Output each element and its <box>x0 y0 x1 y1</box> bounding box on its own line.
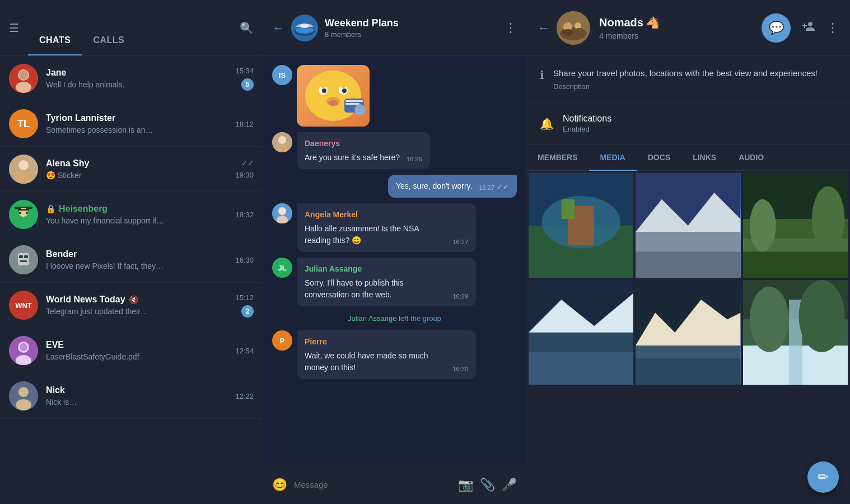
media-tabs-row: MEMBERS MEDIA DOCS LINKS AUDIO <box>526 145 850 171</box>
system-text: left the group <box>399 314 441 323</box>
media-thumb-2[interactable] <box>636 173 740 278</box>
media-thumb-6[interactable] <box>743 280 848 385</box>
msg-content-julian: Sorry, I'll have to publish this convers… <box>305 277 468 301</box>
chat-name-eve: EVE <box>46 340 235 350</box>
chat-time-tyrion: 18:12 <box>235 120 254 128</box>
chat-item-eve[interactable]: EVE LaserBlastSafetyGuide.pdf 12:54 <box>0 328 263 374</box>
back-button-chat[interactable]: ← <box>272 21 284 35</box>
avatar-jane <box>9 64 38 93</box>
tab-members[interactable]: MEMBERS <box>526 145 589 171</box>
chat-input-area: 😊 📷 📎 🎤 <box>263 465 526 504</box>
back-button-right[interactable]: ← <box>538 21 550 35</box>
chat-item-tyrion[interactable]: TL Tyrion Lannister Sometimes possession… <box>0 101 263 147</box>
svg-rect-76 <box>636 358 740 385</box>
message-input[interactable] <box>294 480 451 489</box>
media-thumb-4[interactable] <box>529 280 633 385</box>
badge-worldnews: 2 <box>241 305 254 318</box>
search-icon[interactable]: 🔍 <box>240 21 254 35</box>
chat-time-nick: 12:22 <box>235 392 254 400</box>
chat-item-alena[interactable]: Alena Shy 😍 Sticker ✓✓ 19:30 <box>0 147 263 192</box>
description-label: Description <box>553 82 818 91</box>
message-group-button[interactable]: 💬 <box>762 13 791 43</box>
svg-point-11 <box>19 212 21 214</box>
svg-rect-14 <box>18 253 29 265</box>
tab-audio[interactable]: AUDIO <box>727 145 775 171</box>
bubble-julian: Julian Assange Sorry, I'll have to publi… <box>297 258 476 306</box>
msg-time-angela: 16:27 <box>452 237 468 247</box>
chat-info-nick: Nick Nick is… <box>46 385 235 407</box>
media-thumb-3[interactable] <box>743 173 848 278</box>
system-message-julian-left: Julian Assange left the group <box>272 312 517 325</box>
notifications-title: Notifications <box>563 114 611 124</box>
tab-media[interactable]: MEDIA <box>589 145 637 171</box>
avatar-nick <box>9 381 38 410</box>
chat-name-alena: Alena Shy <box>46 158 235 169</box>
media-thumb-5[interactable] <box>636 280 740 385</box>
chat-item-worldnews[interactable]: WNT World News Today 🔇 Telegram just upd… <box>0 283 263 328</box>
svg-point-24 <box>16 399 31 410</box>
chat-item-heisenberg[interactable]: 🔒 Heisenberg You have my financial suppo… <box>0 192 263 237</box>
chat-item-nick[interactable]: Nick Nick is… 12:22 <box>0 374 263 419</box>
microphone-icon[interactable]: 🎤 <box>502 478 517 492</box>
chat-time-heisenberg: 18:32 <box>235 211 254 219</box>
emoji-icon[interactable]: 😊 <box>272 478 287 492</box>
right-header-info: Nomads 🐴 4 members <box>557 11 762 45</box>
svg-rect-15 <box>19 255 23 258</box>
notifications-row[interactable]: 🔔 Notifications Enabled <box>526 102 850 145</box>
right-header-text: Nomads 🐴 4 members <box>599 16 660 40</box>
system-actor: Julian Assange <box>348 314 396 323</box>
chat-meta-worldnews: 15:12 2 <box>235 293 254 318</box>
group-avatar-nomads <box>557 11 590 45</box>
avatar-worldnews: WNT <box>9 291 38 320</box>
tab-chats[interactable]: CHATS <box>28 35 82 55</box>
group-avatar-img-nomads <box>557 11 590 45</box>
chat-info-tyrion: Tyrion Lannister Sometimes possession is… <box>46 113 235 134</box>
msg-time-pierre: 16:30 <box>452 365 468 374</box>
chat-name-tyrion: Tyrion Lannister <box>46 113 235 123</box>
info-icon: ℹ <box>540 68 544 82</box>
tab-links[interactable]: LINKS <box>681 145 727 171</box>
svg-point-68 <box>812 186 845 251</box>
message-angela: Angela Merkel Hallo alle zusammen! Is th… <box>272 203 517 252</box>
tab-calls[interactable]: CALLS <box>82 35 136 55</box>
double-check-alena: ✓✓ <box>241 159 254 167</box>
tab-docs[interactable]: DOCS <box>637 145 681 171</box>
right-more-button[interactable]: ⋮ <box>826 21 839 35</box>
media-thumb-1[interactable] <box>529 173 633 278</box>
svg-point-32 <box>322 88 326 93</box>
add-member-icon[interactable] <box>802 20 815 36</box>
svg-rect-16 <box>24 255 28 258</box>
hamburger-icon[interactable]: ☰ <box>9 21 19 35</box>
chat-item-bender[interactable]: Bender I looove new Pixels! If fact, the… <box>0 237 263 283</box>
chat-preview-eve: LaserBlastSafetyGuide.pdf <box>46 352 235 361</box>
msg-content-outgoing: Yes, sure, don't worry. 16:27 ✓✓ <box>396 180 509 192</box>
group-members-nomads: 4 members <box>599 31 660 40</box>
chat-item-jane[interactable]: Jane Well I do help animals. 15:34 5 <box>0 56 263 101</box>
bubble-daenerys: Daenerys Are you sure it's safe here? 16… <box>297 132 430 169</box>
group-description: Share your travel photos, locations with… <box>553 67 818 80</box>
attachment-icon[interactable]: 📎 <box>480 478 495 492</box>
notifications-status: Enabled <box>563 125 611 133</box>
right-content: ℹ Share your travel photos, locations wi… <box>526 56 850 504</box>
main-container: ☰ CHATS CALLS 🔍 Jane <box>0 0 850 504</box>
chat-info-bender: Bender I looove new Pixels! If fact, the… <box>46 249 235 270</box>
svg-point-43 <box>278 136 286 144</box>
msg-time-daenerys: 16:26 <box>407 155 422 164</box>
chat-meta-alena: ✓✓ 19:30 <box>235 159 254 179</box>
svg-rect-10 <box>18 209 29 211</box>
chat-name-worldnews: World News Today 🔇 <box>46 295 235 305</box>
chat-time-alena: 19:30 <box>235 171 254 179</box>
bubble-pierre: Pierre Wait, we could have made so much … <box>297 330 476 379</box>
chat-meta-heisenberg: 18:32 <box>235 211 254 219</box>
notifications-content: Notifications Enabled <box>563 114 611 133</box>
svg-point-53 <box>575 28 583 34</box>
camera-icon[interactable]: 📷 <box>458 478 473 492</box>
svg-rect-58 <box>562 199 575 218</box>
message-julian: JL Julian Assange Sorry, I'll have to pu… <box>272 258 517 306</box>
svg-rect-62 <box>636 251 740 278</box>
svg-point-82 <box>798 280 844 352</box>
chat-more-button[interactable]: ⋮ <box>505 21 517 35</box>
svg-point-12 <box>26 212 28 214</box>
compose-button[interactable]: ✏ <box>807 461 839 493</box>
msg-content-daenerys: Are you sure it's safe here? 16:26 <box>305 152 422 164</box>
